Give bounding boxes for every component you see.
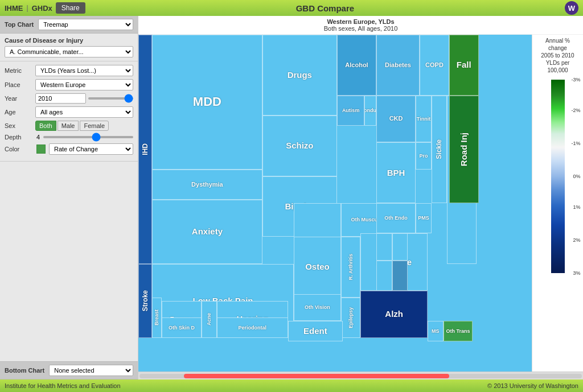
sex-label: Sex	[5, 122, 33, 129]
tile-dysthymia[interactable]: Dysthymia	[152, 170, 262, 200]
ghdx-brand: GHDx	[32, 4, 52, 13]
uw-logo: W	[565, 1, 578, 15]
scrollbar-track	[139, 374, 582, 378]
tile-breast[interactable]: Breast	[152, 298, 162, 338]
year-input[interactable]	[35, 93, 86, 104]
tile-oth_trans[interactable]: Oth Trans	[444, 321, 473, 341]
tile-r_arthritis[interactable]: R. Arthritis	[341, 237, 361, 298]
tile-label-diabetes: Diabetes	[384, 60, 412, 70]
share-button[interactable]: Share	[56, 2, 85, 14]
tile-road_inj[interactable]: Road Inj	[449, 96, 479, 203]
tile-diabetes[interactable]: Diabetes	[376, 35, 420, 96]
tile-small3[interactable]	[376, 261, 392, 291]
tile-label-anxiety: Anxiety	[191, 225, 224, 238]
tile-alcohol[interactable]: Alcohol	[337, 35, 376, 96]
sex-both-button[interactable]: Both	[35, 121, 56, 131]
tile-label-drugs: Drugs	[286, 69, 313, 81]
place-select[interactable]: Western Europe	[35, 79, 133, 90]
tile-label-pro: Pro	[418, 152, 429, 160]
tile-oth_vision[interactable]: Oth Vision	[294, 294, 341, 321]
main-layout: Top Chart Treemap Cause of Disease or In…	[0, 16, 583, 379]
tile-bph[interactable]: BPH	[376, 142, 416, 203]
age-label: Age	[5, 109, 33, 115]
tile-pro[interactable]: Pro	[416, 142, 432, 169]
treemap[interactable]: IHDMDDDrugsAlcoholDiabetesCOPDFallSchizo…	[138, 35, 532, 372]
age-select[interactable]: All ages	[35, 106, 133, 118]
sex-buttons: Both Male Female	[35, 121, 109, 131]
color-select[interactable]: Rate of Change	[49, 143, 133, 155]
sex-female-button[interactable]: Female	[80, 121, 109, 131]
tile-acne[interactable]: Acne	[202, 301, 217, 338]
tile-label-oth_trans: Oth Trans	[445, 327, 471, 336]
depth-value: 4	[36, 134, 40, 141]
tile-label-ckd: CKD	[388, 114, 404, 123]
place-label: Place	[5, 81, 33, 88]
tile-edent[interactable]: Edent	[288, 321, 343, 341]
chart-title-line1: Western Europe, YLDs	[141, 18, 581, 25]
legend-tick-neg1: -1%	[571, 141, 580, 146]
tile-label-edent: Edent	[302, 325, 329, 337]
sidebar: Top Chart Treemap Cause of Disease or In…	[0, 16, 138, 379]
tile-small1[interactable]	[376, 233, 392, 260]
color-row: Color Rate of Change	[5, 143, 133, 155]
tile-ckd[interactable]: CKD	[376, 96, 416, 143]
tile-label-dysthymia: Dysthymia	[190, 180, 224, 189]
tile-label-mdd: MDD	[192, 93, 223, 110]
tile-oth_endo[interactable]: Oth Endo	[376, 203, 416, 233]
tile-label-fall: Fall	[455, 59, 473, 71]
bottom-chart-row: Bottom Chart None selected	[0, 361, 138, 379]
sex-male-button[interactable]: Male	[58, 121, 79, 131]
top-chart-label: Top Chart	[5, 21, 34, 28]
tile-label-osteo: Osteo	[304, 261, 331, 273]
tile-label-schizo: Schizo	[285, 139, 314, 152]
color-swatch	[36, 145, 46, 154]
tile-tinnitus[interactable]: Tinnit	[416, 96, 432, 143]
legend: Annual % change 2005 to 2010 YLDs per 10…	[532, 35, 583, 372]
cause-section: Cause of Disease or Injury A. Communicab…	[0, 34, 138, 61]
footer-right: © 2013 University of Washington	[487, 382, 578, 389]
tile-periodontal[interactable]: Periodontal	[217, 317, 288, 338]
legend-tick-0: 0%	[573, 174, 580, 179]
tile-copd[interactable]: COPD	[420, 35, 449, 96]
scrollbar-area[interactable]	[138, 372, 583, 379]
tile-autism[interactable]: Autism	[337, 96, 364, 126]
tile-label-breast: Breast	[153, 308, 161, 327]
tile-oth_skin[interactable]: Oth Skin D	[162, 317, 201, 338]
tile-sickle[interactable]: Sickle	[432, 96, 447, 203]
footer-left: Institute for Health Metrics and Evaluat…	[5, 382, 121, 389]
tile-mdd[interactable]: MDD	[152, 35, 262, 170]
scrollbar-thumb[interactable]	[184, 374, 449, 378]
bottom-chart-label: Bottom Chart	[5, 367, 44, 374]
topbar: IHME | GHDx Share GBD Compare W	[0, 0, 583, 16]
tile-anxiety[interactable]: Anxiety	[152, 200, 262, 263]
top-chart-type-select[interactable]: Treemap	[38, 19, 133, 30]
legend-tick-neg3: -3%	[571, 77, 580, 82]
tile-label-sickle: Sickle	[434, 138, 444, 160]
tile-fall[interactable]: Fall	[449, 35, 479, 96]
bottom-chart-select[interactable]: None selected	[49, 365, 133, 376]
tile-small2[interactable]	[392, 233, 408, 260]
tile-ms[interactable]: MS	[428, 321, 444, 341]
tile-ihd[interactable]: IHD	[138, 35, 152, 264]
tile-label-stroke: Stroke	[140, 289, 150, 312]
tile-alzh[interactable]: Alzh	[360, 291, 427, 338]
tile-conduct[interactable]: Conduct	[364, 96, 376, 126]
chart-area: Western Europe, YLDs Both sexes, All age…	[138, 16, 583, 379]
treemap-container: IHDMDDDrugsAlcoholDiabetesCOPDFallSchizo…	[138, 35, 583, 372]
tile-osteo[interactable]: Osteo	[294, 237, 341, 298]
tile-label-ms: MS	[430, 327, 441, 336]
chart-title: Western Europe, YLDs Both sexes, All age…	[138, 16, 583, 35]
tile-pms[interactable]: PMS	[416, 203, 432, 233]
color-label: Color	[5, 146, 33, 152]
metric-select[interactable]: YLDs (Years Lost...)	[35, 65, 133, 76]
cause-select[interactable]: A. Communicable, mater...	[5, 46, 133, 57]
tile-epilepsy[interactable]: Epilepsy	[341, 298, 361, 338]
year-slider[interactable]	[88, 97, 133, 100]
tile-label-autism: Autism	[341, 106, 361, 115]
depth-slider[interactable]	[43, 136, 133, 138]
tile-stroke[interactable]: Stroke	[138, 264, 152, 338]
depth-row: Depth 4	[5, 134, 133, 141]
tile-drugs[interactable]: Drugs	[262, 35, 337, 115]
tile-small4[interactable]	[392, 261, 408, 291]
tile-schizo[interactable]: Schizo	[262, 115, 337, 176]
